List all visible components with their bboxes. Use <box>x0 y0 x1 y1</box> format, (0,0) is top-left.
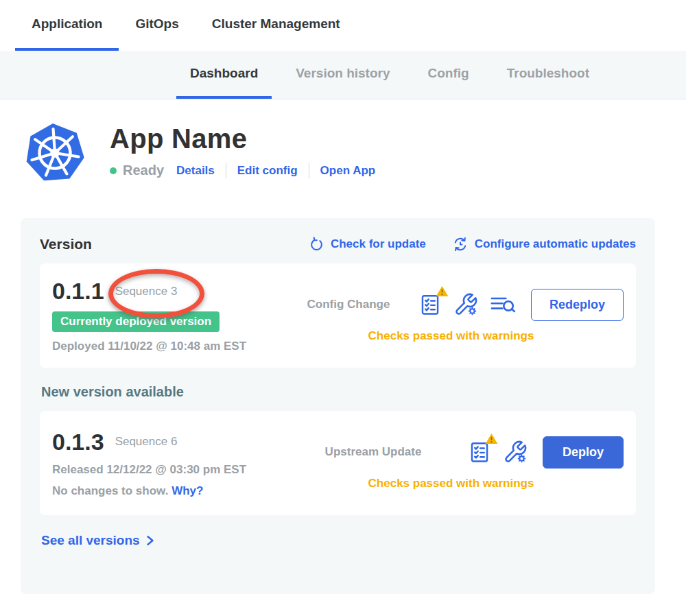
kubernetes-logo-icon <box>24 122 86 184</box>
check-for-update-label: Check for update <box>331 237 426 251</box>
tab-dashboard[interactable]: Dashboard <box>176 51 272 99</box>
app-header: App Name Ready Details Edit config Open … <box>24 122 686 184</box>
checks-warning-label: Checks passed with warnings <box>279 477 624 490</box>
divider <box>309 163 309 178</box>
status-label: Ready <box>123 163 164 178</box>
see-all-versions-label: See all versions <box>41 533 140 548</box>
available-sequence-label: Sequence 6 <box>115 435 178 449</box>
open-app-link[interactable]: Open App <box>320 164 376 178</box>
current-version-row: 0.1.1 Sequence 3 Currently deployed vers… <box>40 263 636 368</box>
no-changes-label: No changes to show. <box>52 484 168 497</box>
version-source-label: Upstream Update <box>279 445 468 459</box>
check-for-update-button[interactable]: Check for update <box>309 236 426 252</box>
edit-config-link[interactable]: Edit config <box>237 164 298 178</box>
redeploy-button[interactable]: Redeploy <box>531 289 624 321</box>
tab-application[interactable]: Application <box>15 0 119 51</box>
released-timestamp: Released 12/12/22 @ 03:30 pm EST <box>52 463 279 477</box>
refresh-icon <box>309 237 324 252</box>
view-diff-icon[interactable] <box>490 294 516 316</box>
currently-deployed-badge: Currently deployed version <box>52 311 220 332</box>
ready-status-dot <box>110 167 117 174</box>
see-all-versions-link[interactable]: See all versions <box>41 533 636 548</box>
available-version-row: 0.1.3 Sequence 6 Released 12/12/22 @ 03:… <box>40 411 636 515</box>
details-link[interactable]: Details <box>176 164 215 178</box>
preflight-checks-icon[interactable] <box>418 292 442 317</box>
tab-cluster-management[interactable]: Cluster Management <box>196 0 357 51</box>
schedule-update-icon <box>452 236 469 252</box>
current-sequence-label: Sequence 3 <box>115 285 178 298</box>
tab-version-history[interactable]: Version history <box>282 51 403 99</box>
new-version-heading: New version available <box>41 384 636 400</box>
page-title: App Name <box>110 123 375 154</box>
chevron-right-icon <box>146 535 154 546</box>
tab-troubleshoot[interactable]: Troubleshoot <box>493 51 603 99</box>
primary-nav: Application GitOps Cluster Management <box>0 0 686 51</box>
tab-config[interactable]: Config <box>414 51 483 99</box>
warning-triangle-icon <box>436 285 449 297</box>
version-card: Version Check for update Configure autom… <box>21 218 655 594</box>
version-card-title: Version <box>40 236 92 252</box>
configure-automatic-updates-label: Configure automatic updates <box>475 237 636 251</box>
checks-warning-label: Checks passed with warnings <box>279 329 624 343</box>
available-version-number: 0.1.3 <box>52 429 104 455</box>
deploy-button[interactable]: Deploy <box>543 436 624 469</box>
current-version-number: 0.1.1 <box>52 278 104 305</box>
warning-triangle-icon <box>485 433 498 445</box>
version-source-label: Config Change <box>279 298 418 311</box>
config-wrench-icon[interactable] <box>453 292 478 317</box>
divider <box>226 163 226 178</box>
secondary-nav: Dashboard Version history Config Trouble… <box>0 51 686 99</box>
configure-automatic-updates-button[interactable]: Configure automatic updates <box>452 236 636 252</box>
deployed-timestamp: Deployed 11/10/22 @ 10:48 am EST <box>52 340 279 353</box>
preflight-checks-icon[interactable] <box>468 440 491 464</box>
why-link[interactable]: Why? <box>172 484 203 497</box>
tab-gitops[interactable]: GitOps <box>119 0 195 51</box>
config-wrench-icon[interactable] <box>503 440 528 464</box>
